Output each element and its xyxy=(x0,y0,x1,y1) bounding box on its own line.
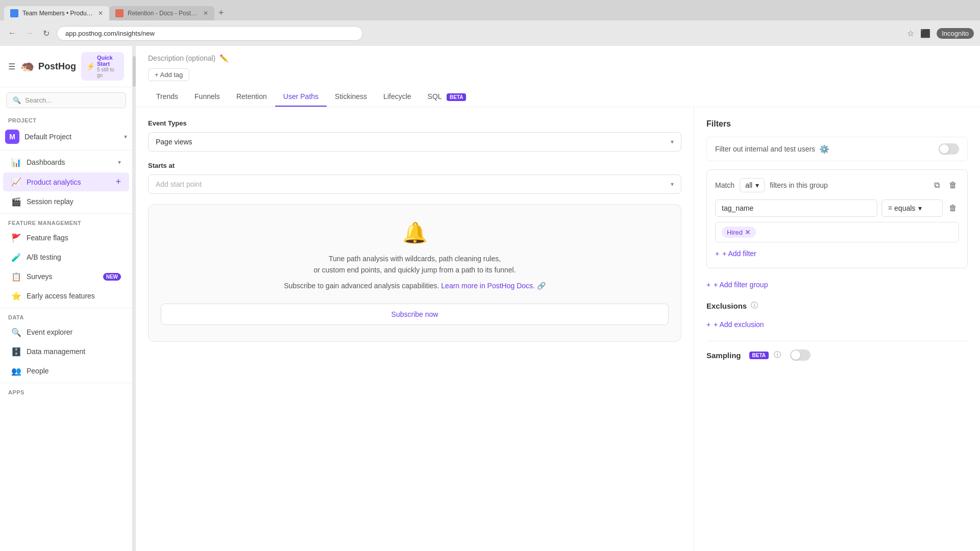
back-button[interactable]: ← xyxy=(6,27,18,40)
filter-value-remove-icon[interactable]: ✕ xyxy=(745,228,751,236)
forward-button[interactable]: → xyxy=(23,27,36,40)
tab1-title: Team Members • Product analy... xyxy=(22,10,94,17)
add-filter-button[interactable]: + + Add filter xyxy=(715,247,756,260)
copy-filter-group-button[interactable]: ⧉ xyxy=(932,179,942,192)
sql-beta-badge: BETA xyxy=(447,93,466,101)
add-filter-group-label: + Add filter group xyxy=(714,281,768,289)
tab-stickiness[interactable]: Stickiness xyxy=(327,87,375,107)
starts-at-label: Starts at xyxy=(148,162,681,169)
quick-start-icon: ⚡ xyxy=(86,62,95,70)
sidebar-item-surveys[interactable]: 📋 Surveys NEW xyxy=(3,267,129,286)
filter-value-text: Hired xyxy=(727,229,743,236)
tab-lifecycle[interactable]: Lifecycle xyxy=(375,87,419,107)
sidebar-item-session-replay[interactable]: 🎬 Session replay xyxy=(3,192,129,211)
tab-trends[interactable]: Trends xyxy=(148,87,186,107)
edit-description-icon[interactable]: ✏️ xyxy=(219,54,228,62)
apps-section-label: APPS xyxy=(0,385,132,397)
promo-link[interactable]: Learn more in PostHog Docs. 🔗 xyxy=(441,282,546,290)
tab-funnels[interactable]: Funnels xyxy=(186,87,228,107)
sidebar-item-dashboards-label: Dashboards xyxy=(27,158,113,166)
browser-tab-2[interactable]: Retention - Docs - PostHog ✕ xyxy=(109,6,214,20)
project-section-label: PROJECT xyxy=(0,113,132,126)
event-types-arrow-icon: ▾ xyxy=(671,138,674,145)
add-filter-label: + Add filter xyxy=(722,249,756,258)
filter-field-value: tag_name xyxy=(722,204,753,212)
exclusions-info-icon[interactable]: ⓘ xyxy=(751,301,758,310)
sidebar-item-feature-flags[interactable]: 🚩 Feature flags xyxy=(3,229,129,247)
address-bar[interactable]: app.posthog.com/insights/new xyxy=(57,26,363,41)
feature-flags-icon: 🚩 xyxy=(11,233,21,243)
tab1-close[interactable]: ✕ xyxy=(98,10,103,17)
tab-sql[interactable]: SQL BETA xyxy=(420,87,475,107)
filters-header: Filters xyxy=(706,119,968,129)
exclusions-label: Exclusions xyxy=(706,302,747,310)
bookmark-icon[interactable]: ☆ xyxy=(907,29,914,38)
promo-text-1: Tune path analysis with wildcards, path … xyxy=(161,253,669,276)
top-area: Description (optional) ✏️ + Add tag Tren… xyxy=(136,46,980,107)
address-text: app.posthog.com/insights/new xyxy=(65,30,155,37)
delete-filter-row-button[interactable]: 🗑 xyxy=(947,202,959,215)
filter-field[interactable]: tag_name xyxy=(715,199,877,217)
project-item[interactable]: M Default Project ▾ xyxy=(0,126,132,148)
delete-filter-group-button[interactable]: 🗑 xyxy=(947,179,959,192)
browser-tab-1[interactable]: Team Members • Product analy... ✕ xyxy=(4,6,109,20)
exclusions-row: Exclusions ⓘ xyxy=(706,301,968,310)
surveys-badge: NEW xyxy=(103,273,121,281)
event-types-label: Event Types xyxy=(148,119,681,127)
tab-funnels-label: Funnels xyxy=(194,92,220,101)
tab-trends-label: Trends xyxy=(156,92,178,101)
sidebar-item-early-access[interactable]: ⭐ Early access features xyxy=(3,287,129,305)
match-label: Match xyxy=(715,181,734,189)
tab-retention[interactable]: Retention xyxy=(228,87,275,107)
sidebar-item-people[interactable]: 👥 People xyxy=(3,362,129,380)
product-analytics-add-icon[interactable]: + xyxy=(115,177,121,187)
filter-internal-gear-icon[interactable]: ⚙️ xyxy=(819,144,829,154)
sidebar-item-data-management[interactable]: 🗄️ Data management xyxy=(3,342,129,361)
tab2-close[interactable]: ✕ xyxy=(203,10,208,17)
sampling-toggle[interactable] xyxy=(790,349,811,361)
filter-internal-text: Filter out internal and test users xyxy=(715,145,815,153)
starts-at-dropdown[interactable]: Add start point ▾ xyxy=(148,174,681,194)
match-select[interactable]: all ▾ xyxy=(740,178,765,192)
search-box[interactable]: 🔍 Search... xyxy=(6,92,126,108)
subscribe-button[interactable]: Subscribe now xyxy=(161,304,669,325)
starts-at-arrow-icon: ▾ xyxy=(671,181,674,188)
sidebar-item-product-analytics-label: Product analytics xyxy=(27,178,110,186)
filter-operator[interactable]: = equals ▾ xyxy=(881,199,943,217)
add-exclusion-button[interactable]: + + Add exclusion xyxy=(706,316,764,333)
sampling-info-icon[interactable]: ⓘ xyxy=(774,350,781,360)
sidebar-item-product-analytics[interactable]: 📈 Product analytics + xyxy=(3,172,129,191)
data-management-icon: 🗄️ xyxy=(11,346,21,357)
left-panel: Event Types Page views ▾ Starts at Add s… xyxy=(136,107,694,551)
filter-field-row: tag_name = equals ▾ 🗑 xyxy=(715,199,959,217)
hamburger-icon[interactable]: ☰ xyxy=(8,62,15,71)
incognito-label: Incognito xyxy=(937,28,974,39)
sidebar-item-ab-testing[interactable]: 🧪 A/B testing xyxy=(3,248,129,266)
sidebar: ☰ 🦔 PostHog ⚡ Quick Start 5 still to go … xyxy=(0,46,133,551)
content-area: Event Types Page views ▾ Starts at Add s… xyxy=(136,107,980,551)
section-divider xyxy=(706,341,968,341)
match-arrow-icon: ▾ xyxy=(755,181,759,189)
sidebar-item-dashboards[interactable]: 📊 Dashboards ▾ xyxy=(3,153,129,171)
tab-user-paths[interactable]: User Paths xyxy=(275,87,327,107)
promo-box: 🔔 Tune path analysis with wildcards, pat… xyxy=(148,204,681,342)
sidebar-item-surveys-label: Surveys xyxy=(27,272,98,281)
filter-value-tag: Hired ✕ xyxy=(722,227,756,238)
add-filter-group-button[interactable]: + + Add filter group xyxy=(706,277,768,293)
cast-icon[interactable]: ⬛ xyxy=(920,29,930,38)
add-exclusion-label: + Add exclusion xyxy=(714,320,764,329)
data-section-label: DATA xyxy=(0,310,132,322)
sidebar-item-event-explorer[interactable]: 🔍 Event explorer xyxy=(3,323,129,341)
filter-internal-row: Filter out internal and test users ⚙️ xyxy=(706,137,968,161)
event-types-dropdown[interactable]: Page views ▾ xyxy=(148,132,681,152)
refresh-button[interactable]: ↻ xyxy=(41,27,52,40)
sidebar-search-area: 🔍 Search... xyxy=(0,87,132,113)
logo-text: PostHog xyxy=(38,61,76,72)
quick-start-button[interactable]: ⚡ Quick Start 5 still to go xyxy=(81,52,124,81)
filter-internal-toggle[interactable] xyxy=(939,143,959,155)
new-tab-button[interactable]: + xyxy=(214,6,228,20)
add-tag-button[interactable]: + Add tag xyxy=(148,68,189,81)
filter-value-row: Hired ✕ xyxy=(715,222,959,242)
filter-operator-arrow-icon: ▾ xyxy=(918,204,922,212)
search-icon: 🔍 xyxy=(13,96,21,104)
